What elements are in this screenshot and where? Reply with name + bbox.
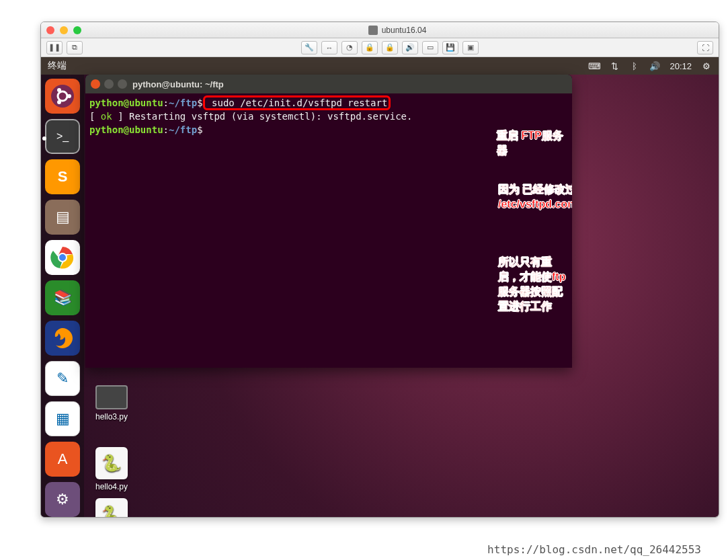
- sdcard-button[interactable]: ▭: [422, 41, 438, 54]
- keyboard-icon[interactable]: ⌨: [589, 61, 600, 71]
- mac-title: ubuntu16.04: [81, 26, 713, 35]
- vm-icon: [368, 26, 378, 35]
- panel-app-title: 终端: [48, 60, 67, 72]
- drawer-icon: [95, 385, 128, 409]
- highlighted-command: sudo /etc/init.d/vsftpd restart: [203, 95, 391, 110]
- launcher-sublime[interactable]: S: [45, 159, 80, 194]
- close-icon[interactable]: [46, 26, 54, 34]
- desktop-icon-label: hello4.py: [95, 482, 128, 491]
- network-icon[interactable]: ⇅: [609, 61, 620, 71]
- lock-button[interactable]: 🔒: [362, 41, 378, 54]
- term-min-icon[interactable]: [104, 79, 114, 89]
- mac-traffic-lights: [46, 26, 81, 34]
- launcher-books[interactable]: 📚: [45, 280, 80, 315]
- terminal-title-text: python@ubuntu: ~/ftp: [132, 79, 224, 89]
- wrench-button[interactable]: 🔧: [301, 41, 317, 54]
- desktop-icon-file[interactable]: 🐍: [81, 498, 142, 517]
- svg-point-2: [67, 94, 71, 98]
- host-mac-window: ubuntu16.04 ❚❚ ⧉ 🔧 ↔ ◔ 🔒 🔒 🔊 ▭ 💾 ▣ ⛶ 终端 …: [40, 22, 719, 518]
- launcher-calc[interactable]: ▦: [45, 401, 80, 436]
- launcher-software[interactable]: A: [45, 442, 80, 477]
- mac-titlebar: ubuntu16.04: [41, 22, 719, 38]
- svg-point-7: [58, 253, 67, 262]
- term-max-icon[interactable]: [118, 79, 127, 89]
- minimize-icon[interactable]: [60, 26, 68, 34]
- launcher-writer[interactable]: ✎: [45, 361, 80, 396]
- desktop-icon-hello4.py[interactable]: 🐍hello4.py: [81, 447, 142, 491]
- term-close-icon[interactable]: [91, 79, 100, 89]
- desktop-icon-label: hello3.py: [95, 412, 128, 422]
- terminal-titlebar[interactable]: python@ubuntu: ~/ftp: [85, 75, 572, 93]
- launcher-terminal[interactable]: >_: [45, 119, 80, 154]
- sound-icon[interactable]: 🔊: [649, 61, 660, 71]
- fullscreen-button[interactable]: ⛶: [697, 41, 713, 54]
- svg-point-4: [57, 100, 61, 104]
- mac-toolbar: ❚❚ ⧉ 🔧 ↔ ◔ 🔒 🔒 🔊 ▭ 💾 ▣ ⛶: [41, 38, 719, 57]
- launcher-chrome[interactable]: [45, 240, 80, 275]
- annotation: 重启 FTP服务器: [497, 128, 572, 158]
- mac-title-text: ubuntu16.04: [382, 26, 427, 35]
- annotation: 因为 已经修改过 /etc/vsftpd.conf: [498, 182, 572, 212]
- swap-button[interactable]: ↔: [321, 41, 337, 54]
- sound-button[interactable]: 🔊: [402, 41, 418, 54]
- launcher-firefox[interactable]: [45, 321, 80, 356]
- gear-icon[interactable]: ⚙: [701, 61, 712, 71]
- disk-button[interactable]: ◔: [341, 41, 358, 54]
- python-file-icon: 🐍: [95, 447, 128, 479]
- terminal-window[interactable]: python@ubuntu: ~/ftp python@ubuntu:~/ftp…: [85, 75, 572, 368]
- launcher-settings[interactable]: ⚙: [45, 482, 80, 517]
- python-file-icon: 🐍: [95, 498, 128, 517]
- snapshot-button[interactable]: ⧉: [67, 41, 83, 54]
- vm-viewport: 终端 ⌨ ⇅ ᛒ 🔊 20:12 ⚙ >_S▤📚✎▦A⚙ pyth: [41, 57, 719, 517]
- pause-button[interactable]: ❚❚: [46, 41, 63, 54]
- panel-time[interactable]: 20:12: [670, 61, 692, 71]
- desktop-icon-hello3.py[interactable]: hello3.py: [81, 385, 142, 422]
- ubuntu-top-panel: 终端 ⌨ ⇅ ᛒ 🔊 20:12 ⚙: [41, 57, 719, 75]
- lock2-button[interactable]: 🔒: [382, 41, 398, 54]
- bluetooth-icon[interactable]: ᛒ: [629, 61, 640, 71]
- save-button[interactable]: 💾: [442, 41, 458, 54]
- annotation: 所以只有重启，才能使ftp服务器按照配置进行工作: [498, 255, 572, 314]
- svg-point-3: [57, 88, 61, 92]
- screen-button[interactable]: ▣: [462, 41, 479, 54]
- zoom-icon[interactable]: [73, 26, 81, 34]
- watermark: https://blog.csdn.net/qq_26442553: [487, 543, 701, 556]
- launcher-dash[interactable]: [45, 79, 80, 114]
- unity-launcher: >_S▤📚✎▦A⚙: [41, 75, 84, 517]
- launcher-files[interactable]: ▤: [45, 200, 80, 235]
